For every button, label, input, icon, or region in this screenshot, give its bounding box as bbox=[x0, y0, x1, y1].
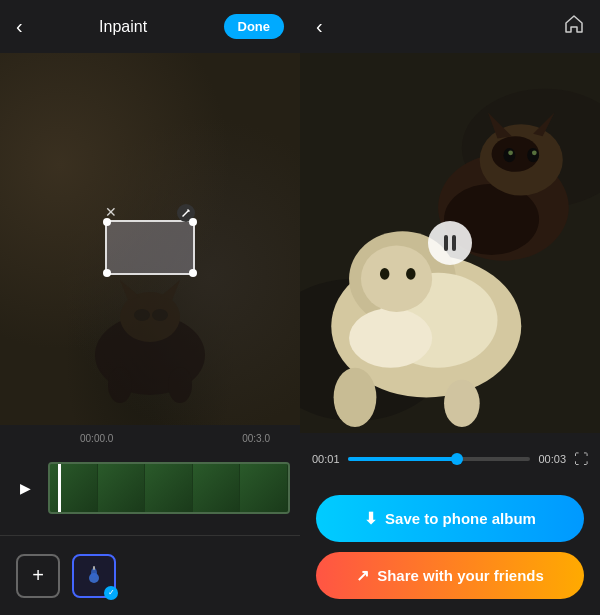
progress-fill bbox=[348, 457, 457, 461]
right-back-button[interactable]: ‹ bbox=[316, 15, 323, 38]
film-frame bbox=[193, 464, 241, 512]
progress-area: 00:01 00:03 ⛶ bbox=[300, 433, 600, 485]
filmstrip[interactable] bbox=[48, 462, 290, 514]
timeline-end-label: 00:3.0 bbox=[242, 433, 270, 444]
share-with-friends-button[interactable]: ↗ Share with your friends bbox=[316, 552, 584, 599]
left-panel: ‹ Inpaint Done ✕ bbox=[0, 0, 300, 615]
svg-point-30 bbox=[532, 150, 537, 155]
progress-track[interactable] bbox=[348, 457, 530, 461]
active-badge: ✓ bbox=[104, 586, 118, 600]
pause-bar-left bbox=[444, 235, 448, 251]
save-to-album-button[interactable]: ⬇ Save to phone album bbox=[316, 495, 584, 542]
play-icon: ▶ bbox=[20, 480, 31, 496]
svg-point-19 bbox=[380, 268, 390, 280]
pause-button[interactable] bbox=[428, 221, 472, 265]
timeline-area: 00:00.0 00:3.0 ▶ bbox=[0, 425, 300, 535]
inpaint-selection-box[interactable]: ✕ bbox=[105, 220, 195, 275]
svg-point-5 bbox=[168, 367, 192, 403]
timeline-row: ▶ bbox=[0, 448, 300, 527]
svg-point-18 bbox=[361, 245, 432, 312]
svg-point-32 bbox=[444, 380, 480, 428]
home-button[interactable] bbox=[564, 14, 584, 39]
plus-icon: + bbox=[32, 564, 44, 587]
svg-point-29 bbox=[508, 150, 513, 155]
share-button-label: Share with your friends bbox=[377, 567, 544, 584]
share-icon: ↗ bbox=[356, 566, 369, 585]
video-preview[interactable] bbox=[300, 53, 600, 433]
back-button[interactable]: ‹ bbox=[16, 15, 23, 38]
corner-handle-tl[interactable] bbox=[103, 218, 111, 226]
film-frame bbox=[240, 464, 288, 512]
right-panel: ‹ bbox=[300, 0, 600, 615]
film-frame bbox=[145, 464, 193, 512]
chevron-left-icon: ‹ bbox=[316, 15, 323, 37]
pause-bar-right bbox=[452, 235, 456, 251]
bottom-toolbar: + ✓ bbox=[0, 535, 300, 615]
timeline-start-label: 00:00.0 bbox=[80, 433, 113, 444]
svg-point-20 bbox=[406, 268, 416, 280]
svg-point-7 bbox=[152, 309, 168, 321]
add-button[interactable]: + bbox=[16, 554, 60, 598]
action-buttons: ⬇ Save to phone album ↗ Share with your … bbox=[300, 485, 600, 615]
brush-icon bbox=[83, 565, 105, 587]
svg-point-31 bbox=[334, 368, 377, 427]
svg-point-6 bbox=[134, 309, 150, 321]
timeline-labels: 00:00.0 00:3.0 bbox=[50, 433, 300, 448]
film-frame bbox=[98, 464, 146, 512]
done-button[interactable]: Done bbox=[224, 14, 285, 39]
right-header: ‹ bbox=[300, 0, 600, 53]
left-header: ‹ Inpaint Done bbox=[0, 0, 300, 53]
svg-marker-3 bbox=[160, 280, 180, 300]
brush-tool-button[interactable]: ✓ bbox=[72, 554, 116, 598]
play-button[interactable]: ▶ bbox=[10, 473, 40, 503]
inpaint-canvas[interactable]: ✕ bbox=[0, 53, 300, 425]
time-elapsed: 00:01 bbox=[312, 453, 340, 465]
svg-point-4 bbox=[108, 367, 132, 403]
svg-point-17 bbox=[349, 308, 432, 367]
check-icon: ✓ bbox=[108, 588, 115, 597]
save-button-label: Save to phone album bbox=[385, 510, 536, 527]
progress-thumb[interactable] bbox=[451, 453, 463, 465]
page-title: Inpaint bbox=[99, 18, 147, 36]
pause-icon bbox=[444, 235, 456, 251]
fullscreen-button[interactable]: ⛶ bbox=[574, 451, 588, 467]
svg-point-28 bbox=[527, 148, 539, 162]
svg-point-27 bbox=[503, 148, 515, 162]
download-icon: ⬇ bbox=[364, 509, 377, 528]
back-arrow-icon: ‹ bbox=[16, 15, 23, 38]
time-total: 00:03 bbox=[538, 453, 566, 465]
svg-marker-2 bbox=[120, 280, 140, 300]
playhead[interactable] bbox=[58, 462, 61, 514]
home-icon bbox=[564, 14, 584, 34]
